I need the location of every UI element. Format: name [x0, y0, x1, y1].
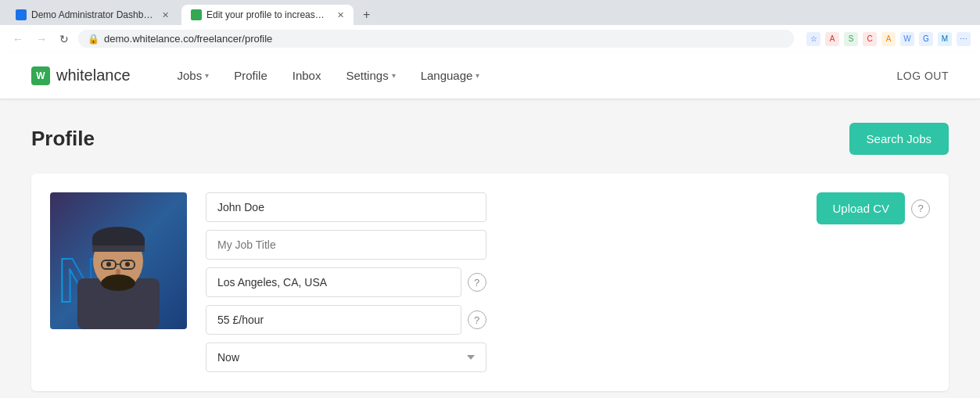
nav-buttons: ← → ↻ — [9, 31, 72, 47]
profile-fields: ? ? Now In 1 week In 2 weeks In 1 month — [206, 192, 486, 372]
svg-point-11 — [106, 262, 111, 267]
brand-logo: W — [31, 66, 50, 85]
ext-5[interactable]: W — [900, 32, 914, 46]
back-button[interactable]: ← — [9, 31, 27, 47]
navbar-nav: Jobs ▾ Profile Inbox Settings ▾ Language… — [178, 69, 897, 82]
search-jobs-button[interactable]: Search Jobs — [849, 123, 949, 155]
ext-1[interactable]: A — [825, 32, 839, 46]
upload-cv-help-icon[interactable]: ? — [911, 199, 930, 218]
address-bar: ← → ↻ 🔒 demo.whitelance.co/freelancer/pr… — [0, 25, 980, 52]
svg-point-12 — [125, 262, 130, 267]
logout-button[interactable]: LOG OUT — [896, 70, 949, 82]
name-field[interactable] — [206, 192, 486, 222]
page-header: Profile Search Jobs — [31, 123, 949, 155]
address-text: demo.whitelance.co/freelancer/profile — [104, 33, 272, 45]
nav-inbox[interactable]: Inbox — [293, 69, 321, 82]
tab-bar: Demo Administrator Dashboard ✕ Edit your… — [0, 0, 980, 25]
browser-extensions: ☆ A S C A W G M ⋯ — [806, 32, 971, 46]
tab-2-close[interactable]: ✕ — [337, 10, 344, 20]
nav-profile-label: Profile — [234, 69, 267, 82]
profile-actions: Upload CV ? — [817, 192, 930, 372]
tab-2-label: Edit your profile to increase your... — [206, 9, 329, 20]
app-wrapper: W whitelance Jobs ▾ Profile Inbox Settin… — [0, 52, 980, 398]
ext-3[interactable]: C — [863, 32, 877, 46]
page-title: Profile — [31, 127, 95, 151]
browser-chrome: Demo Administrator Dashboard ✕ Edit your… — [0, 0, 980, 52]
nav-language[interactable]: Language ▾ — [421, 69, 480, 82]
spacer — [505, 192, 786, 372]
page-content: Profile Search Jobs — [0, 99, 980, 398]
navbar-brand: W whitelance — [31, 66, 131, 85]
navbar-right: LOG OUT — [896, 69, 949, 83]
ext-8[interactable]: ⋯ — [957, 32, 971, 46]
new-tab-button[interactable]: + — [357, 5, 376, 25]
profile-photo-svg: N — [50, 192, 187, 329]
upload-cv-button[interactable]: Upload CV — [817, 192, 905, 224]
forward-button[interactable]: → — [33, 31, 50, 47]
navbar: W whitelance Jobs ▾ Profile Inbox Settin… — [0, 52, 980, 99]
location-field-group: ? — [206, 267, 486, 297]
nav-language-label: Language — [421, 69, 473, 82]
ext-2[interactable]: S — [844, 32, 858, 46]
ext-4[interactable]: A — [881, 32, 896, 46]
ext-star-icon: ☆ — [806, 32, 820, 46]
nav-jobs[interactable]: Jobs ▾ — [178, 69, 210, 82]
nav-jobs-label: Jobs — [178, 69, 203, 82]
nav-language-arrow: ▾ — [476, 71, 479, 80]
address-field[interactable]: 🔒 demo.whitelance.co/freelancer/profile — [78, 30, 794, 48]
nav-jobs-arrow: ▾ — [205, 71, 209, 80]
ext-7[interactable]: M — [938, 32, 952, 46]
tab-1-favicon — [16, 9, 27, 20]
location-field[interactable] — [206, 267, 461, 297]
location-help-icon[interactable]: ? — [468, 273, 486, 292]
ext-6[interactable]: G — [919, 32, 933, 46]
brand-name: whitelance — [56, 66, 131, 84]
svg-point-15 — [104, 274, 132, 285]
lock-icon: 🔒 — [88, 34, 99, 45]
tab-2-favicon — [191, 9, 202, 20]
nav-profile[interactable]: Profile — [234, 69, 267, 82]
profile-photo-wrapper: N — [50, 192, 187, 372]
tab-1-close[interactable]: ✕ — [162, 10, 169, 20]
rate-help-icon[interactable]: ? — [468, 310, 486, 329]
nav-settings-label: Settings — [346, 69, 388, 82]
tab-2[interactable]: Edit your profile to increase your... ✕ — [181, 5, 354, 25]
nav-settings[interactable]: Settings ▾ — [346, 69, 395, 82]
svg-rect-7 — [92, 246, 145, 252]
profile-card: N — [31, 174, 949, 391]
job-title-field[interactable] — [206, 230, 486, 260]
profile-photo: N — [50, 192, 187, 329]
availability-select[interactable]: Now In 1 week In 2 weeks In 1 month — [206, 342, 486, 372]
nav-inbox-label: Inbox — [293, 69, 321, 82]
rate-field-group: ? — [206, 305, 486, 335]
svg-point-13 — [116, 269, 120, 275]
rate-field[interactable] — [206, 305, 461, 335]
nav-settings-arrow: ▾ — [392, 71, 396, 80]
tab-1[interactable]: Demo Administrator Dashboard ✕ — [6, 5, 178, 25]
reload-button[interactable]: ↻ — [56, 31, 72, 47]
tab-1-label: Demo Administrator Dashboard — [31, 9, 154, 20]
